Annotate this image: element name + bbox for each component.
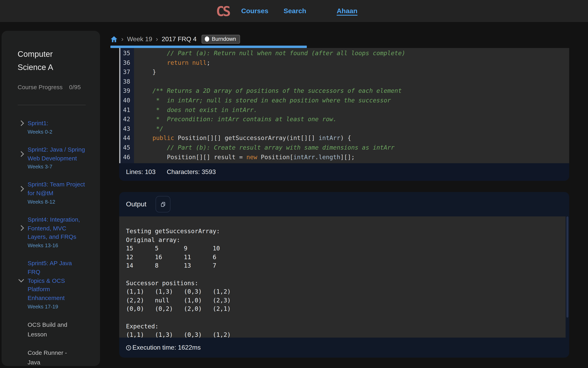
course-progress-value: 0/95 bbox=[69, 83, 81, 90]
code-line: /** Returns a 2D array of positions of t… bbox=[138, 87, 569, 96]
code-line: */ bbox=[138, 124, 569, 134]
editor-scrollbar[interactable] bbox=[119, 48, 120, 163]
code-line: // Part (b): Create result array with sa… bbox=[138, 143, 569, 153]
home-icon[interactable] bbox=[110, 36, 118, 43]
course-progress: Course Progress 0/95 bbox=[18, 83, 81, 90]
sprint-weeks: Weeks 3-7 bbox=[28, 164, 86, 170]
status-lines: Lines: 103 bbox=[126, 168, 156, 175]
top-navbar: CS Courses Search Ahaan bbox=[0, 0, 588, 22]
nav-link-search[interactable]: Search bbox=[284, 7, 306, 15]
sprint-title[interactable]: Sprint5: AP Java FRQ Topics & OCS Platfo… bbox=[28, 259, 86, 302]
app-root: CS Courses Search Ahaan Computer Science… bbox=[0, 0, 588, 368]
output-title: Output bbox=[126, 200, 147, 208]
code-line: * in intArr; null is stored in each posi… bbox=[138, 96, 569, 105]
code-line: public Position[][] getSuccessorArray(in… bbox=[138, 134, 569, 143]
sprint-title[interactable]: Sprint1: bbox=[28, 119, 86, 128]
output-footer: Execution time: 1622ms bbox=[119, 338, 569, 358]
nav-link-courses[interactable]: Courses bbox=[241, 7, 268, 15]
output-header: Output bbox=[119, 192, 569, 216]
sidebar-sprint-item[interactable]: Sprint4: Integration, Fontend, MVC Layer… bbox=[18, 215, 86, 248]
code-line bbox=[138, 162, 569, 163]
breadcrumb-page: 2017 FRQ 4 bbox=[162, 36, 196, 43]
code-line: // Part (a): Return null when not found … bbox=[138, 49, 569, 58]
console-scroll-track bbox=[566, 216, 569, 338]
code-editor: 35 36 37 38 39 40 41 42 43 44 45 46 47 /… bbox=[119, 48, 569, 163]
breadcrumb-week[interactable]: Week 19 bbox=[127, 36, 152, 43]
breadcrumb: › Week 19 › 2017 FRQ 4 Burndown bbox=[110, 34, 240, 45]
chevron-right-icon: › bbox=[156, 35, 158, 43]
sprint-weeks: Weeks 17-19 bbox=[28, 304, 86, 310]
chevron-right-icon[interactable] bbox=[18, 225, 24, 231]
sprint-weeks: Weeks 13-16 bbox=[28, 242, 86, 248]
burndown-badge[interactable]: Burndown bbox=[202, 35, 240, 44]
code-line: } bbox=[138, 68, 569, 77]
sidebar-sprint-item[interactable]: Sprint1:Weeks 0-2 bbox=[18, 119, 86, 135]
sprint-title[interactable]: Sprint4: Integration, Fontend, MVC Layer… bbox=[28, 215, 86, 241]
console-row: Testing getSuccessorArray: Original arra… bbox=[119, 216, 569, 338]
chevron-right-icon[interactable] bbox=[18, 151, 24, 157]
chevron-right-icon[interactable] bbox=[18, 120, 24, 126]
badge-dot-icon bbox=[205, 37, 209, 42]
sidebar-sprint-item[interactable]: Sprint5: AP Java FRQ Topics & OCS Platfo… bbox=[18, 259, 86, 310]
code-line: * Precondition: intArr contains at least… bbox=[138, 115, 569, 124]
code-area[interactable]: // Part (a): Return null when not found … bbox=[134, 48, 569, 163]
output-panel: Output Testing getSuccessorArray: Origin… bbox=[119, 192, 569, 358]
chevron-right-icon: › bbox=[121, 35, 123, 43]
copy-output-button[interactable] bbox=[156, 196, 170, 212]
sprint-list: Sprint1:Weeks 0-2Sprint2: Java / Spring … bbox=[18, 119, 86, 368]
nav-group: CS Courses Search Ahaan bbox=[216, 0, 358, 22]
sidebar-lesson-item[interactable]: OCS Build and Lesson bbox=[18, 320, 86, 339]
line-number-gutter: 35 36 37 38 39 40 41 42 43 44 45 46 47 bbox=[119, 48, 134, 163]
badge-label: Burndown bbox=[212, 36, 236, 42]
copy-icon bbox=[160, 201, 166, 207]
sprint-weeks: Weeks 0-2 bbox=[28, 129, 86, 135]
lesson-progress-bar bbox=[110, 46, 307, 48]
nav-link-user[interactable]: Ahaan bbox=[337, 7, 358, 15]
sidebar-sprint-item[interactable]: Sprint3: Team Project for N@tMWeeks 8-12 bbox=[18, 180, 86, 205]
chevron-down-icon[interactable] bbox=[18, 277, 24, 284]
sprint-title[interactable]: Sprint2: Java / Spring Web Development bbox=[28, 145, 86, 163]
sidebar-divider bbox=[18, 105, 86, 105]
code-line: Position[][] result = new Position[intAr… bbox=[138, 153, 569, 162]
course-progress-label: Course Progress bbox=[18, 83, 63, 90]
sprint-weeks: Weeks 8-12 bbox=[28, 199, 86, 205]
chevron-right-icon[interactable] bbox=[18, 186, 24, 192]
clock-icon bbox=[126, 345, 132, 351]
code-line: return null; bbox=[138, 58, 569, 68]
sidebar-sprint-item[interactable]: Sprint2: Java / Spring Web DevelopmentWe… bbox=[18, 145, 86, 170]
console-scrollbar[interactable] bbox=[566, 216, 568, 318]
code-line bbox=[138, 77, 569, 87]
sidebar-lesson-item[interactable]: Code Runner - Java bbox=[18, 348, 86, 367]
editor-block: 35 36 37 38 39 40 41 42 43 44 45 46 47 /… bbox=[119, 48, 569, 181]
cs-logo[interactable]: CS bbox=[216, 4, 229, 18]
execution-time: Execution time: 1622ms bbox=[132, 344, 201, 351]
code-line: * does not exist in intArr. bbox=[138, 105, 569, 115]
editor-status-bar: Lines: 103 Characters: 3593 bbox=[119, 163, 569, 181]
console-output: Testing getSuccessorArray: Original arra… bbox=[119, 216, 566, 338]
status-characters: Characters: 3593 bbox=[167, 168, 216, 175]
course-title: Computer Science A bbox=[18, 48, 86, 74]
course-sidebar: Computer Science A Course Progress 0/95 … bbox=[2, 31, 100, 366]
sprint-title[interactable]: Sprint3: Team Project for N@tM bbox=[28, 180, 86, 198]
